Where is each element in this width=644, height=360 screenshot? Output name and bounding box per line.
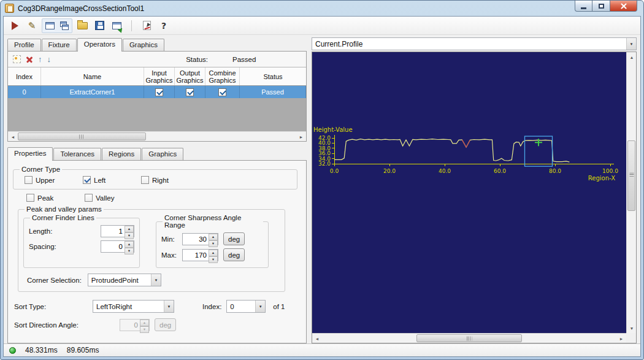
table-header: Index Name Input Graphics Output Graphic… [8,67,306,86]
svg-text:40.0: 40.0 [439,168,451,174]
column-header-status[interactable]: Status [240,67,306,85]
plot-vertical-scrollbar[interactable]: ▲ ▼ [626,52,636,333]
edit-icon[interactable]: ✎ [25,19,39,33]
subtab-tolerances[interactable]: Tolerances [53,148,101,160]
scrollbar-track[interactable] [322,334,616,343]
corner-type-group: Corner Type Upper Left Right [13,166,297,190]
max-deg-button[interactable]: deg [223,248,245,261]
operator-subtabs: Properties Tolerances Regions Graphics [7,147,307,160]
tool-display-icon[interactable] [42,19,57,33]
chevron-down-icon[interactable]: ▼ [151,274,161,286]
sort-type-dropdown[interactable]: LeftToRight ▼ [93,300,174,313]
tab-operators[interactable]: Operators [77,38,122,52]
input-graphics-checkbox[interactable] [155,88,163,96]
corner-selection-dropdown[interactable]: ProtrudedPoint ▼ [88,274,161,286]
display-selector[interactable]: Current.Profile ▼ [312,37,637,50]
min-input[interactable] [183,234,209,245]
scrollbar-track[interactable] [18,132,296,141]
checkbox-valley[interactable]: Valley [85,194,114,202]
spin-down-icon[interactable]: ▼ [125,248,134,255]
subtab-graphics[interactable]: Graphics [142,148,183,160]
open-folder-icon [77,22,88,29]
table-horizontal-scrollbar[interactable]: ◄ ► [8,131,306,141]
subtab-properties[interactable]: Properties [7,147,53,161]
output-graphics-checkbox[interactable] [186,88,194,96]
column-header-output-graphics[interactable]: Output Graphics [175,67,205,85]
scroll-right-icon[interactable]: ► [616,334,626,343]
checkbox-label: Left [94,177,105,184]
execution-time: 48.331ms [25,346,58,354]
spin-down-icon[interactable]: ▼ [125,232,134,239]
plot-horizontal-scrollbar[interactable]: ◄ ► [312,333,626,343]
combine-graphics-checkbox[interactable] [218,88,226,96]
delete-operator-icon[interactable] [26,56,33,63]
scrollbar-track[interactable] [627,62,636,323]
spin-up-icon[interactable]: ▲ [125,241,134,248]
subtab-regions[interactable]: Regions [102,148,141,160]
spin-up-icon[interactable]: ▲ [209,250,218,256]
minimize-button[interactable] [575,1,592,12]
spin-down-icon[interactable]: ▼ [209,240,218,247]
scroll-right-icon[interactable]: ► [296,132,306,142]
scroll-left-icon[interactable]: ◄ [8,132,18,142]
spacing-input[interactable] [101,241,125,252]
svg-text:20.0: 20.0 [383,168,396,174]
column-header-index[interactable]: Index [8,67,41,85]
spacing-row: Spacing: ▲▼ [29,240,134,253]
max-spinner[interactable]: ▲▼ [182,249,218,261]
column-header-combine-graphics[interactable]: Combine Graphics [205,67,240,85]
save-file-button[interactable] [92,19,107,33]
spin-down-icon[interactable]: ▼ [209,256,218,263]
spinner-buttons: ▲▼ [140,320,149,331]
move-down-icon[interactable]: ↓ [47,55,52,63]
signature-icon [143,21,151,30]
scroll-down-icon[interactable]: ▼ [627,323,637,333]
chevron-down-icon[interactable]: ▼ [626,38,636,50]
close-button[interactable] [610,1,637,12]
chevron-down-icon[interactable]: ▼ [255,301,265,312]
signature-button[interactable] [139,19,154,33]
svg-text:100.0: 100.0 [602,168,618,174]
length-spinner[interactable]: ▲▼ [101,225,134,237]
run-button[interactable] [7,19,22,33]
help-icon[interactable]: ? [156,19,171,33]
checkbox-left[interactable]: Left [83,176,141,184]
run-status-icon [9,347,16,354]
column-header-name[interactable]: Name [41,67,144,85]
profile-plot[interactable]: 32.034.036.038.040.042.00.020.040.060.08… [312,52,626,333]
spin-up-icon[interactable]: ▲ [125,226,134,232]
tab-graphics[interactable]: Graphics [123,39,164,51]
checkbox-peak[interactable]: Peak [26,194,85,202]
tab-profile[interactable]: Profile [7,39,41,51]
checkbox-label: Valley [96,194,114,202]
move-up-icon[interactable]: ↑ [38,55,42,63]
scroll-up-icon[interactable]: ▲ [627,52,637,62]
scrollbar-thumb[interactable] [416,334,523,342]
table-row[interactable]: 0 ExtractCorner1 Passed [8,86,306,98]
spacing-spinner[interactable]: ▲▼ [101,240,134,253]
profile-chart[interactable]: 32.034.036.038.040.042.00.020.040.060.08… [312,52,626,199]
max-input[interactable] [183,250,209,261]
title-bar[interactable]: Cog3DRangeImageCrossSectionTool1 [3,1,641,16]
column-header-input-graphics[interactable]: Input Graphics [144,67,175,85]
add-operator-icon[interactable] [13,55,21,63]
maximize-button[interactable] [592,1,610,12]
spin-up-icon[interactable]: ▲ [209,234,218,240]
index-dropdown[interactable]: 0 ▼ [226,300,266,313]
window-content: ✎ ? Profile Fixture Operators Graphics [3,16,641,357]
minimize-icon [581,7,586,9]
chevron-down-icon[interactable]: ▼ [164,301,174,312]
save-results-button[interactable] [109,19,124,33]
min-deg-button[interactable]: deg [223,232,245,245]
scroll-left-icon[interactable]: ◄ [312,334,322,343]
scrollbar-thumb[interactable] [627,140,635,211]
copy-display-icon[interactable] [57,19,72,33]
tab-fixture[interactable]: Fixture [42,39,77,51]
min-spinner[interactable]: ▲▼ [182,233,218,245]
checkbox-right[interactable]: Right [141,176,169,184]
peak-valley-params-legend: Peak and valley params [25,205,104,213]
scrollbar-thumb[interactable] [18,132,146,140]
open-file-button[interactable] [75,19,90,33]
checkbox-upper[interactable]: Upper [25,176,83,184]
length-input[interactable] [101,226,125,237]
